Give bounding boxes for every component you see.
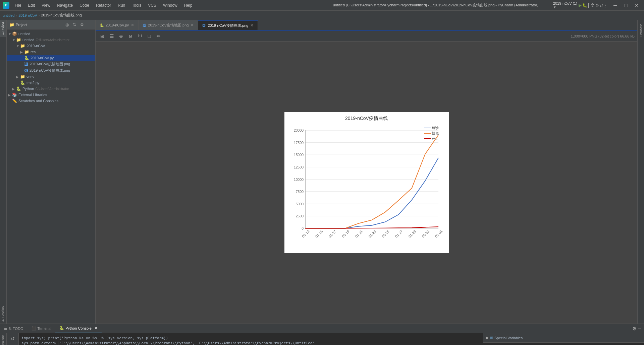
rerun-button[interactable]: ↺ <box>9 335 17 343</box>
list-view-button[interactable]: ☰ <box>108 32 116 40</box>
zoom-out-button[interactable]: ⊖ <box>126 32 135 40</box>
chart-legend: 确诊 疑似 死亡 <box>424 126 439 142</box>
panel-expand-icon[interactable]: ⇅ <box>71 21 78 28</box>
console-tab-close-icon[interactable]: ✕ <box>94 326 98 331</box>
tree-item-untitled-sub[interactable]: ▼ 📁 untitled C:\Users\Administrator <box>7 37 95 43</box>
tree-item-text2-py[interactable]: ▶ 🐍 text2.py <box>7 80 95 86</box>
menu-bar: File Edit View Navigate Code Refactor Ru… <box>12 2 318 8</box>
python-console-tab[interactable]: 🐍 Python Console ✕ <box>55 324 102 333</box>
favorites-tab[interactable]: 2: Favorites <box>0 304 6 324</box>
arrow-icon: ▼ <box>16 44 20 48</box>
debug-button[interactable]: 🐛 <box>582 3 587 8</box>
actual-size-button[interactable]: 1:1 <box>136 32 144 40</box>
image-file-icon: 🖼 <box>24 68 28 73</box>
project-tab[interactable]: 1: Project <box>0 20 6 37</box>
svg-text:02-01: 02-01 <box>434 229 443 238</box>
tree-item-scratches[interactable]: ▶ ✏️ Scratches and Consoles <box>7 98 95 104</box>
svg-text:01-13: 01-13 <box>301 229 310 238</box>
terminal-tab[interactable]: ⬛ Terminal <box>28 324 56 333</box>
sv-expand-icon[interactable]: ▶ <box>486 336 489 340</box>
maximize-button[interactable]: □ <box>621 2 631 9</box>
run-config[interactable]: 2019-nCoV (1) ▼ <box>553 1 577 9</box>
menu-file[interactable]: File <box>12 2 24 8</box>
tab-close-icon[interactable]: ✕ <box>131 23 134 27</box>
tree-item-ext-libs[interactable]: ▶ 📚 External Libraries <box>7 92 95 98</box>
tree-item-2019ncov[interactable]: ▼ 📁 2019-nCoV <box>7 43 95 49</box>
zoom-in-button[interactable]: ⊕ <box>117 32 125 40</box>
tab-ncov-curve[interactable]: 🖼 2019-nCoV疫情曲线.png ✕ <box>198 20 258 30</box>
breadcrumb-item-root[interactable]: untitled <box>3 13 14 17</box>
minimize-button[interactable]: ─ <box>610 2 620 9</box>
project-tree: ▼ 📦 untitled ▼ 📁 untitled C:\Users\Admin… <box>7 29 95 324</box>
image-toolbar: ⊞ ☰ ⊕ ⊖ 1:1 □ ✏ 1,000×800 PNG (32-bit co… <box>96 31 637 42</box>
tree-label: res <box>31 50 36 54</box>
menu-window[interactable]: Window <box>160 2 180 8</box>
breadcrumb-sep-1: › <box>16 13 17 17</box>
menu-run[interactable]: Run <box>115 2 128 8</box>
menu-view[interactable]: View <box>39 2 53 8</box>
arrow-icon: ▶ <box>8 93 12 97</box>
python-console-label: Python Console <box>65 326 92 330</box>
menu-vcs[interactable]: VCS <box>145 2 159 8</box>
panel-close-icon[interactable]: ─ <box>86 21 93 28</box>
toolbar-more[interactable]: ⋮ <box>604 3 608 8</box>
library-icon: 📚 <box>12 92 17 97</box>
tree-item-ncov-py[interactable]: ▶ 🐍 2019-nCoV.py <box>7 55 95 61</box>
tree-label: Scratches and Consoles <box>18 99 58 103</box>
menu-edit[interactable]: Edit <box>25 2 38 8</box>
image-viewer[interactable]: 2019-nCoV疫情曲线 确诊 疑似 死亡 <box>96 42 637 324</box>
chart-title: 2019-nCoV疫情曲线 <box>288 116 445 122</box>
tab-close-icon[interactable]: ✕ <box>191 23 194 27</box>
svg-text:01-27: 01-27 <box>394 229 403 238</box>
profile-button[interactable]: ⏱ <box>591 3 595 8</box>
todo-tab[interactable]: ☰ 6: TODO <box>0 324 28 333</box>
panel-localize-icon[interactable]: ◎ <box>64 21 70 28</box>
tab-ncov-map[interactable]: 🖼 2019-nCoV疫情地图.png ✕ <box>139 20 198 30</box>
special-variables-header: ▶ ⊞ Special Variables <box>483 333 644 343</box>
menu-code[interactable]: Code <box>77 2 92 8</box>
structure-tab[interactable]: Z: Structure <box>0 333 6 345</box>
menu-tools[interactable]: Tools <box>129 2 144 8</box>
bottom-content: Z: Structure ↺ ≡ ■ ≡ ▶ 🖨 ⟳ ∞ ⚙ ⏱ + impor… <box>0 333 644 345</box>
arrow-icon: ▶ <box>16 75 20 79</box>
python-icon: 🐍 <box>16 86 21 91</box>
chart-svg: 0 2500 5000 7500 10000 12500 15000 17500… <box>288 124 445 245</box>
menu-refactor[interactable]: Refactor <box>93 2 114 8</box>
tree-item-ncov-map[interactable]: ▶ 🖼 2019-nCoV疫情地图.png <box>7 61 95 67</box>
menu-help[interactable]: Help <box>181 2 195 8</box>
fit-button[interactable]: □ <box>145 32 153 40</box>
run-button[interactable]: ▶ <box>579 3 582 8</box>
menu-navigate[interactable]: Navigate <box>54 2 75 8</box>
console-settings-icon[interactable]: ⚙ <box>632 326 637 331</box>
settings-button[interactable]: ⚙ <box>595 3 599 8</box>
svg-text:0: 0 <box>302 227 304 230</box>
database-tab[interactable]: Database <box>638 20 644 40</box>
folder-icon: 📦 <box>12 31 17 36</box>
tree-item-ncov-curve[interactable]: ▶ 🖼 2019-nCoV疫情曲线.png <box>7 67 95 74</box>
svg-text:01-31: 01-31 <box>421 229 430 238</box>
color-picker-button[interactable]: ✏ <box>155 32 163 40</box>
python-file-icon: 🐍 <box>100 23 104 27</box>
special-variables-title: Special Variables <box>494 336 523 340</box>
tree-item-python-sdk[interactable]: ▶ 🐍 Python C:\Users\Administrator <box>7 86 95 92</box>
tab-close-icon[interactable]: ✕ <box>250 23 254 28</box>
console-minimize-icon[interactable]: ─ <box>638 326 641 331</box>
breadcrumb-item-folder[interactable]: 2019-nCoV <box>18 13 37 17</box>
tree-item-res[interactable]: ▶ 📁 res <box>7 49 95 55</box>
tree-item-venv[interactable]: ▶ 📁 venv <box>7 74 95 80</box>
arrow-icon: ▶ <box>20 50 24 54</box>
tree-item-untitled-root[interactable]: ▼ 📦 untitled <box>7 31 95 37</box>
todo-icon: ☰ <box>4 326 7 331</box>
tab-ncov-py[interactable]: 🐍 2019-nCoV.py ✕ <box>96 20 139 30</box>
panel-gear-icon[interactable]: ⚙ <box>78 21 85 28</box>
close-button[interactable]: ✕ <box>632 2 641 9</box>
sv-grid-icon: ⊞ <box>490 336 493 340</box>
console-toolbar: ↺ ≡ ■ ≡ ▶ 🖨 ⟳ ∞ ⚙ ⏱ + <box>7 333 19 345</box>
grid-view-button[interactable]: ⊞ <box>98 32 106 40</box>
coverage-button[interactable]: ⎡ <box>588 3 590 8</box>
editor-area: 🐍 2019-nCoV.py ✕ 🖼 2019-nCoV疫情地图.png ✕ 🖼… <box>96 20 637 324</box>
breadcrumb: untitled › 2019-nCoV › 2019-nCoV疫情曲线.png <box>0 11 644 20</box>
legend-suspected-label: 疑似 <box>432 131 439 136</box>
python-console-icon: 🐍 <box>59 326 64 330</box>
expand-button[interactable]: ⇄ <box>600 3 603 8</box>
